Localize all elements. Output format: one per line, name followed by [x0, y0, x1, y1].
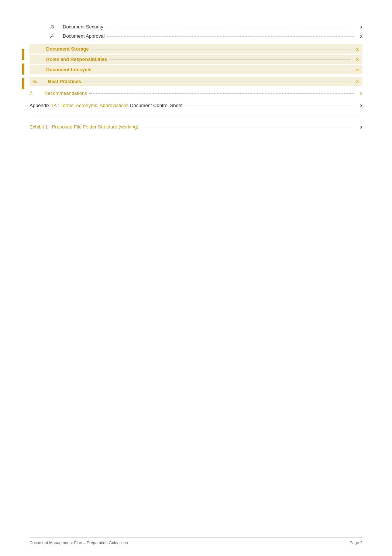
toc-label-doc-storage: Document Storage [46, 46, 89, 52]
toc-section: .3 Document Security x .4 Document Appro… [30, 22, 362, 131]
toc-page-doc-storage: x [353, 46, 359, 52]
toc-page-4: x [357, 33, 362, 39]
footer-left: Document Management Plan – Preparation G… [30, 540, 128, 545]
toc-dots-appendix [185, 106, 354, 106]
toc-label-4: Document Approval [63, 33, 104, 39]
toc-label-appendix: Appendix 1A : Terms, Acronyms, Abbreviat… [30, 103, 183, 108]
toc-page-exhibit: x [357, 124, 362, 130]
accent-bar-1 [22, 49, 24, 60]
toc-label-roles: Roles and Responsibilities [46, 56, 107, 62]
toc-row-7: 7. Recommeandations x [30, 89, 362, 98]
toc-dots-doc-storage [91, 49, 351, 49]
appendix-suffix: Document Control Sheet [130, 103, 182, 108]
toc-page-6: x [353, 79, 359, 84]
divider [30, 117, 362, 117]
toc-row-doc-storage: Document Storage x [30, 44, 362, 54]
footer-right: Page 2 [350, 540, 362, 545]
toc-row-lifecycle: Document Lifecycle x [30, 65, 362, 74]
toc-dots-6 [83, 82, 351, 82]
toc-number-7: 7. [30, 90, 44, 96]
toc-label-6: Best Practices [48, 79, 81, 84]
toc-number-6: 6. [33, 79, 48, 84]
appendix-link[interactable]: 1A : Terms, Acronyms, Abbreviations [51, 103, 129, 108]
toc-label-7: Recommeandations [44, 90, 87, 96]
toc-dots-3 [106, 27, 354, 27]
toc-page-7: x [357, 90, 362, 96]
accent-bar-2 [22, 64, 24, 75]
toc-dots-7 [89, 93, 354, 94]
toc-row-exhibit: Exhibit 1 : Proposed File Folder Structu… [30, 122, 362, 131]
toc-page-appendix: x [357, 103, 362, 108]
toc-row-3: .3 Document Security x [30, 22, 362, 31]
toc-page-lifecycle: x [353, 67, 359, 72]
toc-number-3: .3 [50, 24, 63, 30]
toc-label-3: Document Security [63, 24, 103, 30]
toc-dots-lifecycle [94, 70, 351, 70]
accent-bar-3 [22, 78, 24, 89]
toc-page-3: x [357, 24, 362, 30]
toc-dots-exhibit [141, 127, 354, 127]
toc-row-appendix: Appendix 1A : Terms, Acronyms, Abbreviat… [30, 101, 362, 110]
toc-dots-4 [107, 36, 354, 37]
toc-row-roles: Roles and Responsibilities x [30, 55, 362, 64]
toc-label-lifecycle: Document Lifecycle [46, 67, 92, 72]
appendix-prefix: Appendix [30, 103, 49, 108]
toc-number-4: .4 [50, 33, 63, 39]
toc-row-6: 6. Best Practices x [30, 77, 362, 86]
footer: Document Management Plan – Preparation G… [30, 537, 362, 545]
page-container: .3 Document Security x .4 Document Appro… [0, 0, 392, 556]
toc-label-exhibit[interactable]: Exhibit 1 : Proposed File Folder Structu… [30, 124, 138, 130]
toc-page-roles: x [353, 56, 359, 62]
toc-dots-roles [109, 59, 351, 60]
toc-row-4: .4 Document Approval x [30, 31, 362, 41]
